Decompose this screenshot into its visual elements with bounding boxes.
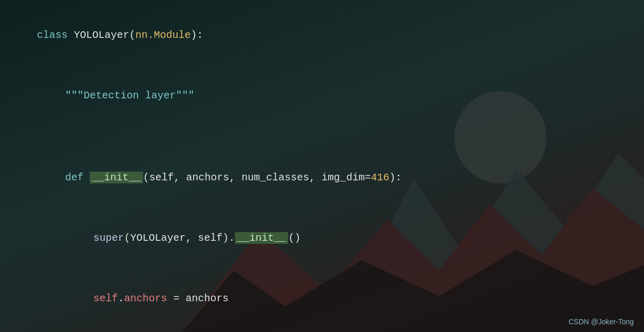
class-name-yolo: YOLOLayer bbox=[74, 29, 129, 41]
keyword-def: def bbox=[65, 172, 90, 183]
super-init: __init__ bbox=[235, 232, 288, 244]
param-self: self, anchors, num_classes, img_dim bbox=[149, 172, 365, 183]
keyword-class: class bbox=[37, 29, 74, 41]
docstring: """Detection layer""" bbox=[65, 90, 194, 101]
method-init: __init__ bbox=[90, 172, 143, 183]
code-line-2: """Detection layer""" bbox=[0, 66, 644, 126]
attr-anchors: anchors bbox=[124, 293, 167, 304]
func-super: super bbox=[93, 232, 124, 244]
code-line-3 bbox=[0, 126, 644, 148]
code-line-4: def __init__(self, anchors, num_classes,… bbox=[0, 148, 644, 208]
code-line-5: super(YOLOLayer, self).__init__() bbox=[0, 208, 644, 268]
watermark: CSDN @Joker-Tong bbox=[569, 318, 634, 326]
code-line-1: class YOLOLayer(nn.Module): bbox=[0, 5, 644, 66]
base-class-nn: nn.Module bbox=[135, 29, 191, 41]
code-line-6: self.anchors = anchors bbox=[0, 268, 644, 329]
code-line-7: self.num_anchors = len(anchors) bbox=[0, 329, 644, 332]
code-container: class YOLOLayer(nn.Module): """Detection… bbox=[0, 0, 644, 332]
default-val-416: 416 bbox=[371, 172, 389, 183]
